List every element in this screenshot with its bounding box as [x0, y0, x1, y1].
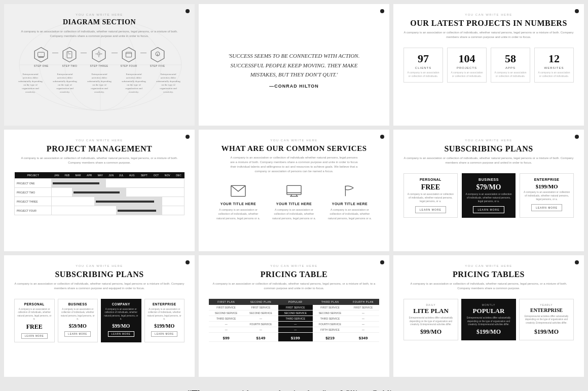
sub4-name-company: COMPANY: [112, 302, 130, 306]
subplans4-card: YOU CAN WRITE HERE SUBSCRIBING PLANS A c…: [4, 255, 195, 377]
gantt-col-jan: JAN: [52, 172, 62, 179]
card-dot: [575, 9, 579, 13]
pricing-data-row-3: THIRD SERVICE — THIRD SERVICE THIRD SERV…: [209, 316, 379, 322]
svg-rect-6: [38, 52, 45, 57]
sub4-btn-personal[interactable]: LEARN MORE: [21, 333, 48, 339]
cell-5-4: FIFTH SERVICE: [313, 327, 347, 333]
gantt-label-1: PROJECT ONE: [15, 179, 52, 188]
sub4-btn-company[interactable]: LEARN MORE: [108, 331, 134, 337]
subplans4-desc: A company is an association or collectio…: [14, 282, 185, 291]
stat-desc-apps: A company is an association or collectio…: [493, 71, 528, 78]
diagram-card: YOU CAN WRITE HERE DIAGRAM SECTION A com…: [4, 4, 195, 126]
cell-3-3: THIRD SERVICE: [278, 316, 313, 322]
card-dot: [186, 135, 190, 139]
svg-point-11: [68, 52, 69, 53]
cell-1-3: FIRST SERVICE: [278, 305, 313, 310]
sub4-plan-enterprise: ENTERPRISE A company is an association o…: [144, 299, 185, 342]
service-desc-2: A company is an association or collectio…: [271, 208, 317, 220]
subplans-card: YOU CAN WRITE HERE SUBSCRIBING PLANS A c…: [393, 130, 584, 251]
card-dot: [186, 9, 190, 13]
service-item-3: YOUR TITLE HERE A company is an associat…: [327, 184, 373, 220]
sub4-plan-company: COMPANY A company is an association or c…: [101, 299, 141, 342]
cell-4-4: FOURTH SERVICE: [313, 322, 347, 327]
gantt-empty-3b: [162, 197, 184, 206]
subplans-subtitle: YOU CAN WRITE HERE: [465, 139, 512, 142]
plan-btn-business[interactable]: LEARN MORE: [473, 206, 504, 213]
stat-label-apps: APPS: [493, 66, 528, 69]
hex-3: STEP THREE: [90, 47, 108, 67]
diagram-title: DIAGRAM SECTION: [63, 18, 136, 27]
pricingtables-title: PRICING TABLES: [453, 269, 525, 279]
service-desc-3: A company is an association or collectio…: [327, 208, 373, 220]
step-label-1: STEP ONE: [34, 64, 49, 67]
cell-4-3: —: [278, 322, 313, 327]
gantt-row-3: PROJECT THREE: [15, 197, 185, 206]
hex-connector-1: [52, 53, 58, 53]
sub4-btn-enterprise[interactable]: LEARN MORE: [151, 331, 177, 337]
stat-number-apps: 58: [493, 52, 528, 65]
cell-3-2: —: [243, 316, 278, 322]
services-icons-row: YOUR TITLE HERE A company is an associat…: [215, 184, 373, 220]
pt-lite: DAILY LITE PLAN Entrepreneurial activiti…: [403, 299, 458, 340]
stat-number-clients: 97: [406, 52, 440, 65]
card-dot: [575, 135, 579, 139]
step-label-2: STEP TWO: [62, 64, 77, 67]
plan-name-business: BUSINESS: [479, 178, 499, 181]
svg-rect-7: [39, 57, 44, 58]
gantt-row-2: PROJECT TWO: [15, 188, 185, 197]
plan-btn-personal[interactable]: LEARN MORE: [415, 206, 446, 213]
gantt-table: PROJECT JAN FEB MAR APR MAY JUN JUL AUG …: [14, 172, 185, 215]
sub4-btn-business[interactable]: LEARN MORE: [64, 331, 91, 337]
cell-2-1: SECOND SERVICE: [209, 310, 243, 316]
stat-projects: 104 PROJECTS A company is an association…: [447, 48, 487, 83]
gantt-label-3: PROJECT THREE: [15, 197, 52, 206]
step-descs: Entrepreneurial activities differ substa…: [14, 71, 185, 94]
gantt-bar-1: [52, 179, 106, 188]
hex-4: STEP FOUR: [121, 47, 137, 67]
price-2: $149: [243, 333, 278, 342]
service-item-1: YOUR TITLE HERE A company is an associat…: [215, 184, 261, 220]
plan-btn-enterprise[interactable]: LEARN MORE: [531, 204, 562, 211]
stat-label-clients: CLIENTS: [406, 66, 440, 69]
stat-clients: 97 CLIENTS A company is an association o…: [403, 48, 443, 83]
pricing-col-5: FOURTH PLAN: [347, 299, 379, 305]
price-4: $219: [313, 333, 347, 342]
gantt-empty-3a: [52, 197, 95, 206]
sub4-desc-business: A company is an association or collectio…: [60, 308, 96, 321]
quote-card: 'SUCCESS SEEMS TO BE CONNECTED WITH ACTI…: [199, 4, 389, 126]
pt-row: DAILY LITE PLAN Entrepreneurial activiti…: [403, 299, 574, 340]
pricing-data-row-5: — — — FIFTH SERVICE —: [209, 327, 379, 333]
stat-number-projects: 104: [450, 52, 484, 65]
pricing-data-row-1: FIRST SERVICE FIRST SERVICE FIRST SERVIC…: [209, 305, 379, 310]
hex-2: STEP TWO: [61, 47, 78, 67]
service-title-1: YOUR TITLE HERE: [220, 202, 256, 206]
pricing-col-popular: POPULAR: [278, 299, 313, 305]
sub4-desc-personal: A company is an association or collectio…: [17, 308, 52, 321]
stat-desc-clients: A company is an association or collectio…: [406, 71, 440, 78]
pricing-table: FIRST PLAN SECOND PLAN POPULAR THIRD PLA…: [209, 299, 379, 342]
pricingtable-card: YOU CAN WRITE HERE PRICING TABLE A compa…: [199, 255, 389, 377]
card-dot: [380, 135, 384, 139]
plan-desc-business: A company is an association or collectio…: [464, 192, 513, 203]
pricingtables-desc: A company is an association or collectio…: [403, 282, 574, 291]
projects-subtitle: YOU CAN WRITE HERE: [465, 13, 512, 16]
plan-name-enterprise: ENTERPRISE: [534, 178, 560, 181]
step-desc-2: Entrepreneurial activities differ substa…: [52, 72, 78, 94]
sub4-plan-business: BUSINESS A company is an association or …: [58, 299, 98, 342]
pt-price-enterprise: $199/MO: [534, 328, 559, 336]
plan-enterprise: ENTERPRISE $199/MO A company is an assoc…: [520, 173, 574, 218]
services-title: WHAT ARE OUR COMMON SERVICES: [221, 144, 366, 153]
subplans-desc: A company is an association or collectio…: [403, 156, 574, 165]
plan-price-personal: FREE: [421, 183, 440, 191]
subplans-title: SUBSCRIBING PLANS: [444, 144, 533, 153]
plan-name-personal: PERSONAL: [420, 178, 442, 181]
pt-desc-popular: Entrepreneurial activities differ substa…: [464, 317, 513, 326]
services-subtitle: YOU CAN WRITE HERE: [270, 139, 318, 142]
cell-1-2: FIRST SERVICE: [243, 305, 278, 310]
cell-5-1: —: [209, 327, 243, 333]
flag-icon: [341, 184, 359, 198]
gantt-col-feb: FEB: [62, 172, 72, 179]
plan-desc-personal: A company is an association or collectio…: [406, 192, 455, 203]
gantt-col-aug: AUG: [126, 172, 137, 179]
sub4-desc-company: A company is an association or collectio…: [103, 308, 139, 321]
